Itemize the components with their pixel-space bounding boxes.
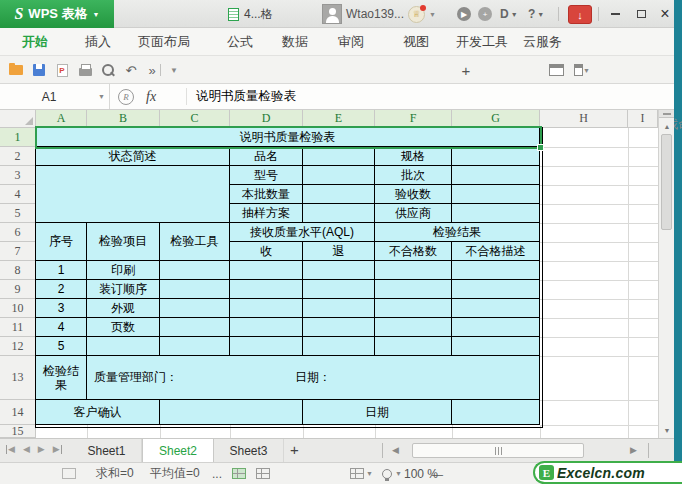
hscroll-left-button[interactable]: ◀	[392, 445, 399, 455]
cell-C12[interactable]	[160, 337, 230, 356]
cell-B8[interactable]: 印刷	[87, 261, 160, 280]
row-header-2[interactable]: 2	[0, 147, 36, 166]
cell-F11[interactable]	[375, 318, 452, 337]
cell-D4[interactable]: 本批数量	[230, 185, 303, 204]
cell-E14:F14[interactable]: 日期	[303, 400, 452, 425]
menu-审阅[interactable]: 审阅	[338, 28, 364, 55]
menu-开发工具[interactable]: 开发工具	[456, 28, 508, 55]
menu-数据[interactable]: 数据	[282, 28, 308, 55]
cell-D9[interactable]	[230, 280, 303, 299]
cell-B6:B7[interactable]: 检验项目	[87, 223, 160, 261]
cell-E2[interactable]	[303, 147, 375, 166]
cell-F3[interactable]: 批次	[375, 166, 452, 185]
cell-F2[interactable]: 规格	[375, 147, 452, 166]
cell-F10[interactable]	[375, 299, 452, 318]
cell-D11[interactable]	[230, 318, 303, 337]
export-pdf-button[interactable]: P	[54, 62, 70, 78]
zoom-out-button[interactable]: —	[432, 463, 443, 484]
scroll-down-button[interactable]: ▼	[659, 423, 674, 437]
cell-C10[interactable]	[160, 299, 230, 318]
column-header-H[interactable]: H	[540, 110, 628, 128]
plugin-icon-1[interactable]: ▶	[457, 6, 471, 22]
cell-G10[interactable]	[452, 299, 540, 318]
row-header-15[interactable]: 15	[0, 425, 36, 438]
menu-开始[interactable]: 开始	[22, 28, 48, 55]
row-header-10[interactable]: 10	[0, 299, 36, 318]
cell-F7[interactable]: 不合格数	[375, 242, 452, 261]
cell-D3[interactable]: 型号	[230, 166, 303, 185]
formula-content[interactable]: 说明书质量检验表	[196, 84, 296, 109]
cell-F8[interactable]	[375, 261, 452, 280]
cell-D8[interactable]	[230, 261, 303, 280]
cell-A10[interactable]: 3	[36, 299, 87, 318]
status-area-cell[interactable]	[36, 166, 230, 223]
row-header-6[interactable]: 6	[0, 223, 36, 242]
cell-B9[interactable]: 装订顺序	[87, 280, 160, 299]
print-button[interactable]	[77, 62, 93, 78]
open-file-button[interactable]	[8, 62, 24, 78]
cell-G7[interactable]: 不合格描述	[452, 242, 540, 261]
row-header-13[interactable]: 13	[0, 356, 36, 400]
cell-E10[interactable]	[303, 299, 375, 318]
menu-插入[interactable]: 插入	[85, 28, 111, 55]
menu-页面布局[interactable]: 页面布局	[138, 28, 190, 55]
next-sheet-button[interactable]: ▶	[38, 444, 45, 454]
cell-B11[interactable]: 页数	[87, 318, 160, 337]
cell-G8[interactable]	[452, 261, 540, 280]
help-button[interactable]: ?▼	[528, 6, 544, 22]
add-sheet-button[interactable]: +	[290, 441, 299, 458]
function-wizard-icon[interactable]: R	[118, 89, 134, 105]
cell-G2[interactable]	[452, 147, 540, 166]
first-sheet-button[interactable]: ◀	[6, 444, 15, 454]
cell-B12[interactable]	[87, 337, 160, 356]
hscroll-right-button[interactable]: ▶	[630, 445, 637, 455]
cell-E5[interactable]	[303, 204, 375, 223]
row-header-8[interactable]: 8	[0, 261, 36, 280]
vertical-scroll-thumb[interactable]	[661, 134, 672, 230]
sheet-tab-sheet3[interactable]: Sheet3	[214, 439, 284, 462]
row-header-11[interactable]: 11	[0, 318, 36, 337]
row-header-1[interactable]: 1	[0, 128, 36, 147]
window-manage-button[interactable]	[548, 62, 564, 78]
column-header-F[interactable]: F	[375, 110, 452, 128]
row-header-3[interactable]: 3	[0, 166, 36, 185]
menu-视图[interactable]: 视图	[403, 28, 429, 55]
cell-G14[interactable]	[452, 400, 540, 425]
view-layout-button[interactable]: ▼	[350, 463, 373, 484]
cell-G5[interactable]	[452, 204, 540, 223]
cell-C11[interactable]	[160, 318, 230, 337]
cell-A12[interactable]: 5	[36, 337, 87, 356]
row-header-7[interactable]: 7	[0, 242, 36, 261]
cell-E9[interactable]	[303, 280, 375, 299]
select-all-corner[interactable]	[0, 110, 36, 128]
row-header-14[interactable]: 14	[0, 400, 36, 425]
cell-E3[interactable]	[303, 166, 375, 185]
sheet-tab-sheet1[interactable]: Sheet1	[72, 439, 142, 462]
cell-E7[interactable]: 退	[303, 242, 375, 261]
docer-menu-button[interactable]: D▼	[500, 6, 518, 22]
toolbar-dropdown[interactable]: ▼	[166, 62, 182, 78]
row-header-9[interactable]: 9	[0, 280, 36, 299]
cell-D6:E6[interactable]: 接收质量水平(AQL)	[230, 223, 375, 242]
column-header-E[interactable]: E	[303, 110, 375, 128]
column-header-I[interactable]: I	[628, 110, 658, 128]
save-button[interactable]	[31, 62, 47, 78]
cell-A8[interactable]: 1	[36, 261, 87, 280]
cell-F4[interactable]: 验收数	[375, 185, 452, 204]
cell-E8[interactable]	[303, 261, 375, 280]
cell-C14:D14[interactable]	[160, 400, 303, 425]
minimize-button[interactable]	[602, 0, 628, 27]
cell-E4[interactable]	[303, 185, 375, 204]
column-header-B[interactable]: B	[87, 110, 160, 128]
column-header-C[interactable]: C	[160, 110, 230, 128]
row-header-12[interactable]: 12	[0, 337, 36, 356]
last-sheet-button[interactable]: ▶	[53, 444, 62, 454]
close-button[interactable]: ×	[652, 0, 678, 27]
cell-B10[interactable]: 外观	[87, 299, 160, 318]
column-header-G[interactable]: G	[452, 110, 540, 128]
result-label-cell[interactable]: 检验结果	[36, 356, 87, 400]
more-commands-button[interactable]: »	[144, 62, 160, 78]
cell-D12[interactable]	[230, 337, 303, 356]
cell-G4[interactable]	[452, 185, 540, 204]
sheet-tab-sheet2[interactable]: Sheet2	[142, 439, 214, 462]
